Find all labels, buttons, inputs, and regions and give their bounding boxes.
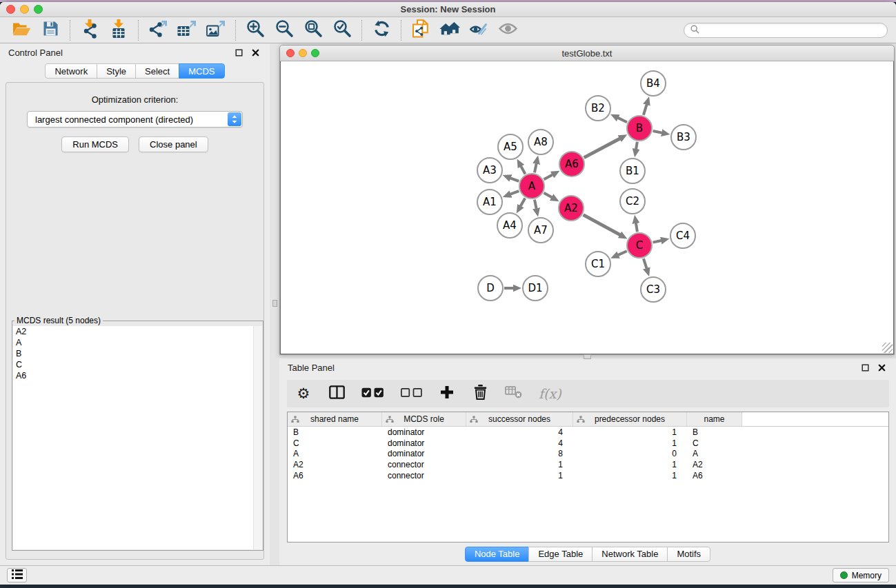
graph-edge-C-C2[interactable] — [636, 223, 637, 232]
export-table-button[interactable] — [172, 19, 201, 41]
tab-edge-table[interactable]: Edge Table — [528, 547, 593, 562]
delete-columns-button[interactable] — [472, 383, 488, 404]
result-list-item[interactable]: C — [13, 359, 262, 370]
create-new-column-button[interactable] — [439, 383, 455, 404]
close-window-button[interactable] — [6, 5, 15, 14]
graph-node-A1[interactable]: A1 — [477, 189, 503, 215]
open-session-button[interactable] — [7, 19, 36, 41]
graph-node-B2[interactable]: B2 — [585, 95, 611, 121]
zoom-selected-button[interactable] — [328, 19, 357, 41]
graph-node-C4[interactable]: C4 — [670, 223, 696, 249]
tab-network[interactable]: Network — [45, 63, 97, 79]
tab-motifs[interactable]: Motifs — [667, 547, 710, 562]
result-list-item[interactable]: A6 — [13, 370, 262, 381]
select-all-columns-button[interactable] — [361, 383, 384, 404]
apply-layout-button[interactable] — [367, 19, 396, 41]
graph-node-A4[interactable]: A4 — [497, 212, 523, 239]
close-panel-button[interactable]: Close panel — [139, 136, 208, 152]
table-row[interactable]: Bdominator41B — [288, 427, 888, 438]
graph-node-C[interactable]: C — [626, 232, 653, 258]
graph-edge-A-A7[interactable] — [535, 200, 537, 209]
memory-button[interactable]: Memory — [833, 568, 889, 582]
graph-node-A7[interactable]: A7 — [528, 217, 554, 243]
tab-node-table[interactable]: Node Table — [465, 547, 530, 562]
task-history-button[interactable] — [7, 568, 27, 582]
graph-node-B1[interactable]: B1 — [619, 158, 646, 184]
graph-edge-A-A3[interactable] — [510, 178, 519, 181]
tab-select[interactable]: Select — [135, 63, 179, 79]
network-minimize-button[interactable] — [299, 49, 307, 57]
zoom-in-button[interactable] — [241, 19, 270, 41]
show-column-panel-button[interactable] — [328, 383, 345, 404]
graph-edge-C-C1[interactable] — [618, 251, 627, 255]
column-header-predecessor-nodes[interactable]: predecessor nodes — [573, 412, 687, 426]
save-session-button[interactable] — [36, 19, 65, 41]
vertical-splitter-grip[interactable] — [272, 300, 277, 307]
graph-node-C3[interactable]: C3 — [640, 276, 666, 303]
search-input[interactable] — [703, 25, 881, 36]
result-list-item[interactable]: A — [13, 337, 262, 348]
graph-edge-B-B4[interactable] — [644, 105, 647, 115]
result-list-item[interactable]: B — [13, 348, 262, 359]
graph-edge-C-C3[interactable] — [644, 258, 646, 268]
graph-edge-A-A5[interactable] — [521, 166, 525, 174]
graph-edge-C-C4[interactable] — [653, 241, 661, 243]
network-close-button[interactable] — [286, 49, 295, 57]
table-options-button[interactable]: ⚙ — [295, 383, 312, 404]
import-table-from-file-button[interactable] — [104, 19, 133, 41]
horizontal-splitter-grip[interactable] — [584, 354, 591, 359]
zoom-fit-content-button[interactable] — [299, 19, 328, 41]
graph-edge-B-B1[interactable] — [636, 142, 637, 150]
graph-node-B4[interactable]: B4 — [640, 70, 666, 97]
criterion-select[interactable]: largest connected component (directed) — [27, 111, 243, 128]
graph-edge-B-B3[interactable] — [653, 131, 662, 133]
graph-edge-A-A6[interactable] — [544, 174, 552, 179]
minimize-window-button[interactable] — [20, 5, 29, 14]
tab-style[interactable]: Style — [97, 63, 136, 79]
graph-edge-A-A1[interactable] — [510, 191, 519, 194]
graph-node-A6[interactable]: A6 — [559, 151, 585, 177]
column-header-shared-name[interactable]: shared name — [288, 412, 382, 426]
tab-mcds[interactable]: MCDS — [179, 63, 224, 79]
import-network-from-file-button[interactable] — [75, 19, 104, 41]
column-header-name[interactable]: name — [687, 412, 742, 426]
graph-edge-A6-B[interactable] — [584, 139, 620, 158]
hide-selected-button[interactable] — [464, 19, 493, 41]
table-row[interactable]: A2connector11A2 — [288, 459, 888, 470]
network-overview-button[interactable] — [435, 19, 464, 41]
export-image-button[interactable] — [201, 19, 230, 41]
column-header-successor-nodes[interactable]: successor nodes — [466, 412, 573, 426]
table-row[interactable]: A6connector11A6 — [288, 470, 888, 481]
graph-node-B3[interactable]: B3 — [670, 124, 697, 150]
graph-node-D1[interactable]: D1 — [522, 275, 548, 301]
unselect-all-columns-button[interactable] — [401, 383, 422, 404]
show-hidden-button[interactable] — [493, 19, 522, 41]
close-panel-icon[interactable] — [250, 47, 261, 59]
graph-node-C1[interactable]: C1 — [585, 251, 611, 277]
result-list-item[interactable]: A2 — [13, 326, 262, 337]
graph-edge-B-B2[interactable] — [618, 118, 627, 122]
tab-network-table[interactable]: Network Table — [592, 547, 668, 562]
run-mcds-button[interactable]: Run MCDS — [61, 136, 129, 152]
table-row[interactable]: Adominator80A — [288, 449, 888, 460]
graph-node-C2[interactable]: C2 — [619, 188, 646, 214]
graph-node-A5[interactable]: A5 — [497, 134, 524, 160]
graph-node-A8[interactable]: A8 — [528, 129, 554, 155]
graph-edge-A-A4[interactable] — [521, 198, 526, 206]
table-row[interactable]: Cdominator41C — [288, 438, 888, 449]
graph-node-D[interactable]: D — [477, 275, 504, 301]
table-float-icon[interactable] — [859, 362, 871, 374]
export-network-button[interactable] — [143, 19, 172, 41]
clone-network-button[interactable] — [406, 19, 435, 41]
column-header-mcds-role[interactable]: MCDS role — [382, 412, 466, 426]
result-scrollbar[interactable] — [253, 326, 262, 549]
zoom-window-button[interactable] — [34, 5, 43, 14]
graph-node-A3[interactable]: A3 — [477, 157, 503, 183]
graph-node-B[interactable]: B — [626, 115, 653, 141]
network-canvas[interactable]: B4B2BB3A8A5A6A3B1AC2A1A2A4A7C4CC1C3DD1 — [280, 61, 894, 354]
network-zoom-button[interactable] — [311, 49, 319, 57]
graph-edge-A-A8[interactable] — [535, 163, 537, 172]
graph-edge-A2-C[interactable] — [584, 215, 620, 235]
graph-node-A2[interactable]: A2 — [558, 195, 584, 221]
table-close-icon[interactable] — [876, 362, 888, 374]
